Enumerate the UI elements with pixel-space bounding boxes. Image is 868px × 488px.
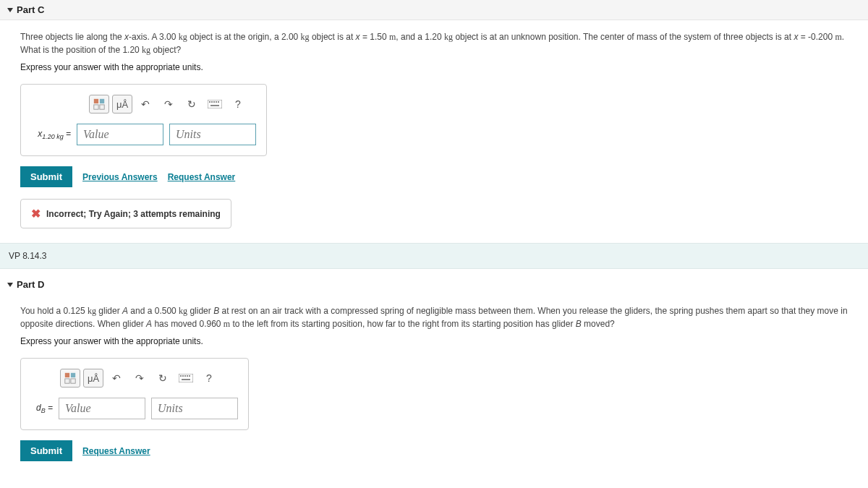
part-d-input-row: dB = — [31, 398, 238, 419]
svg-rect-13 — [65, 379, 69, 383]
svg-rect-9 — [218, 101, 219, 103]
units-icon[interactable]: μÅ — [83, 369, 103, 388]
undo-icon[interactable]: ↶ — [106, 369, 127, 388]
svg-rect-14 — [71, 379, 75, 383]
svg-rect-17 — [182, 375, 184, 377]
svg-rect-0 — [94, 99, 98, 103]
units-input[interactable] — [151, 398, 238, 419]
submit-button[interactable]: Submit — [20, 440, 72, 461]
part-c-input-row: x1.20 kg = — [31, 124, 256, 145]
part-d-title: Part D — [17, 279, 44, 290]
reset-icon[interactable]: ↻ — [153, 369, 173, 388]
part-c-title: Part C — [17, 4, 44, 15]
svg-rect-7 — [213, 101, 215, 103]
part-d-toolbar: μÅ ↶ ↷ ↻ ? — [60, 369, 238, 388]
units-icon[interactable]: μÅ — [112, 95, 132, 114]
part-c-header[interactable]: Part C — [0, 0, 868, 20]
previous-answers-link[interactable]: Previous Answers — [82, 172, 158, 182]
part-c-instruction: Express your answer with the appropriate… — [20, 62, 848, 72]
help-icon[interactable]: ? — [199, 369, 219, 388]
keyboard-icon[interactable] — [176, 369, 196, 388]
svg-rect-19 — [187, 375, 188, 377]
part-d-instruction: Express your answer with the appropriate… — [20, 336, 848, 346]
svg-rect-10 — [210, 105, 219, 106]
part-c-prompt: Three objects lie along the x-axis. A 3.… — [20, 30, 848, 56]
undo-icon[interactable]: ↶ — [135, 95, 156, 114]
svg-rect-20 — [189, 375, 190, 377]
part-d-body: You hold a 0.125 kg glider A and a 0.500… — [0, 294, 868, 487]
keyboard-icon[interactable] — [205, 95, 225, 114]
part-c-var-label: x1.20 kg = — [31, 129, 71, 140]
svg-rect-2 — [94, 105, 98, 109]
page-container: Part C Three objects lie along the x-axi… — [0, 0, 868, 487]
part-d-header[interactable]: Part D — [0, 269, 868, 294]
value-input[interactable] — [59, 398, 145, 419]
part-d-var-label: dB = — [31, 403, 53, 414]
chevron-down-icon — [7, 283, 13, 287]
svg-rect-8 — [216, 101, 217, 103]
part-d-actions: Submit Request Answer — [20, 440, 848, 461]
svg-rect-18 — [184, 375, 186, 377]
part-d-answer-box: μÅ ↶ ↷ ↻ ? dB = — [20, 358, 249, 430]
svg-rect-16 — [180, 375, 182, 377]
svg-rect-1 — [100, 99, 104, 103]
units-input[interactable] — [169, 124, 256, 145]
svg-rect-15 — [179, 374, 193, 382]
request-answer-link[interactable]: Request Answer — [82, 446, 150, 456]
part-c-toolbar: μÅ ↶ ↷ ↻ ? — [89, 95, 256, 114]
incorrect-icon: ✖ — [31, 207, 41, 221]
svg-rect-21 — [182, 379, 190, 380]
feedback-box: ✖ Incorrect; Try Again; 3 attempts remai… — [20, 199, 231, 228]
svg-rect-11 — [65, 373, 69, 377]
svg-rect-4 — [208, 100, 222, 108]
redo-icon[interactable]: ↷ — [158, 95, 179, 114]
part-c-actions: Submit Previous Answers Request Answer — [20, 166, 848, 187]
svg-rect-6 — [211, 101, 213, 103]
redo-icon[interactable]: ↷ — [129, 369, 150, 388]
svg-rect-5 — [209, 101, 210, 103]
feedback-message: Incorrect; Try Again; 3 attempts remaini… — [46, 209, 221, 219]
chevron-down-icon — [7, 8, 13, 12]
templates-icon[interactable] — [60, 369, 80, 388]
help-icon[interactable]: ? — [228, 95, 248, 114]
part-d-prompt: You hold a 0.125 kg glider A and a 0.500… — [20, 304, 848, 330]
vp-label: VP 8.14.3 — [0, 243, 868, 269]
svg-rect-12 — [71, 373, 75, 377]
templates-icon[interactable] — [89, 95, 109, 114]
part-c-body: Three objects lie along the x-axis. A 3.… — [0, 20, 868, 243]
reset-icon[interactable]: ↻ — [182, 95, 202, 114]
value-input[interactable] — [77, 124, 163, 145]
svg-rect-3 — [100, 105, 104, 109]
part-c-answer-box: μÅ ↶ ↷ ↻ ? x1.20 kg = — [20, 84, 267, 156]
submit-button[interactable]: Submit — [20, 166, 72, 187]
request-answer-link[interactable]: Request Answer — [168, 172, 236, 182]
